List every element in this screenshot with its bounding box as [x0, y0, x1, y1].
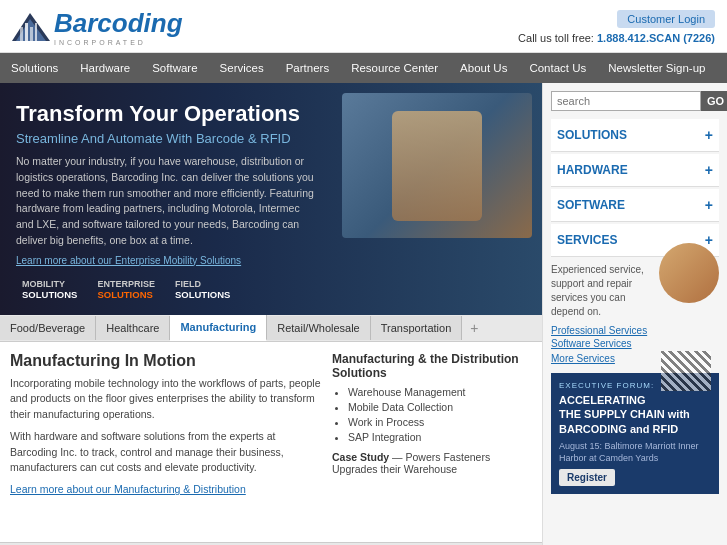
tab-title-bold: Motion [143, 352, 195, 369]
sidebar-services-links: Professional Services Software Services [551, 325, 719, 349]
sidebar-hardware-plus-icon: + [705, 162, 713, 178]
nav-partners[interactable]: Partners [275, 53, 340, 83]
nav-resource-center[interactable]: Resource Center [340, 53, 449, 83]
sidebar-software: SOFTWARE + [551, 189, 719, 222]
more-services-link[interactable]: More Services [551, 353, 615, 364]
svg-rect-2 [20, 27, 23, 41]
exec-forum-register-button[interactable]: Register [559, 469, 615, 486]
search-row: GO [551, 91, 719, 111]
hero-btn-enterprise-label: SOLUTIONS [97, 289, 152, 300]
hero-buttons: MOBILITY SOLUTIONS ENTERPRISE SOLUTIONS … [16, 276, 526, 303]
services-info: Experienced service, support and repair … [551, 263, 719, 365]
exec-forum-title: ACCELERATING THE SUPPLY CHAIN with BARCO… [559, 393, 711, 436]
tab-bullet-1: Warehouse Management [348, 386, 532, 398]
svg-rect-5 [35, 23, 37, 41]
tab-add-button[interactable]: + [462, 316, 486, 340]
hero-learn-more[interactable]: Learn more about our Enterprise Mobility… [16, 255, 526, 266]
hero-btn-field[interactable]: FIELD SOLUTIONS [169, 276, 236, 303]
nav-solutions[interactable]: Solutions [0, 53, 69, 83]
sidebar-software-plus-icon: + [705, 197, 713, 213]
hero-btn-enterprise[interactable]: ENTERPRISE SOLUTIONS [91, 276, 161, 303]
hero-btn-mobility-top: MOBILITY [22, 279, 77, 289]
logo-area: Barcoding INCORPORATED [12, 8, 183, 46]
main-content: Transform Your Operations Streamline And… [0, 83, 727, 545]
sidebar-hardware: HARDWARE + [551, 154, 719, 187]
tab-left-panel: Manufacturing In Motion Incorporating mo… [10, 352, 332, 532]
tab-right-title: Manufacturing & the Distribution Solutio… [332, 352, 532, 380]
tab-bullet-3: Work in Process [348, 416, 532, 428]
blog-section: BARCODING BLOG TH-COT.IU... [0, 542, 542, 546]
right-sidebar: GO SOLUTIONS + HARDWARE + SOFTWARE + SER… [542, 83, 727, 545]
sidebar-nav-software[interactable]: SOFTWARE + [551, 189, 719, 222]
case-study: Case Study — Powers Fasteners Upgrades t… [332, 451, 532, 475]
nav-contact-us[interactable]: Contact Us [518, 53, 597, 83]
left-content: Transform Your Operations Streamline And… [0, 83, 542, 545]
nav-about-us[interactable]: About Us [449, 53, 518, 83]
tab-manufacturing[interactable]: Manufacturing [170, 315, 267, 341]
software-services-link[interactable]: Software Services [551, 338, 719, 349]
nav-software[interactable]: Software [141, 53, 208, 83]
sidebar-solutions: SOLUTIONS + [551, 119, 719, 152]
customer-login-button[interactable]: Customer Login [617, 10, 715, 28]
services-image [659, 243, 719, 303]
logo-text: Barcoding [54, 8, 183, 39]
tab-food[interactable]: Food/Beverage [0, 316, 96, 340]
tab-right-panel: Manufacturing & the Distribution Solutio… [332, 352, 532, 532]
sidebar-hardware-label: HARDWARE [557, 163, 628, 177]
tab-learn-link[interactable]: Learn more about our Manufacturing & Dis… [10, 483, 246, 495]
sidebar-software-label: SOFTWARE [557, 198, 625, 212]
header-right: Customer Login Call us toll free: 1.888.… [518, 10, 715, 44]
hero-image-inner [392, 111, 482, 221]
tab-para1: Incorporating mobile technology into the… [10, 376, 322, 423]
sidebar-services-plus-icon: + [705, 232, 713, 248]
sidebar-solutions-plus-icon: + [705, 127, 713, 143]
exec-forum-body: August 15: Baltimore Marriott Inner Harb… [559, 440, 711, 465]
exec-forum-image [661, 351, 711, 391]
nav-hardware[interactable]: Hardware [69, 53, 141, 83]
tab-transportation[interactable]: Transportation [371, 316, 463, 340]
tab-para2: With hardware and software solutions fro… [10, 429, 322, 476]
hero-btn-mobility-label: SOLUTIONS [22, 289, 77, 300]
nav-services[interactable]: Services [209, 53, 275, 83]
tab-title: Manufacturing In Motion [10, 352, 322, 370]
tabs-bar: Food/Beverage Healthcare Manufacturing R… [0, 315, 542, 342]
tab-bullet-4: SAP Integration [348, 431, 532, 443]
tab-title-plain: Manufacturing In [10, 352, 139, 369]
hero-btn-field-top: FIELD [175, 279, 230, 289]
logo-sub: INCORPORATED [54, 39, 183, 46]
professional-services-link[interactable]: Professional Services [551, 325, 719, 336]
tab-retail[interactable]: Retail/Wholesale [267, 316, 371, 340]
tab-healthcare[interactable]: Healthcare [96, 316, 170, 340]
hero-btn-mobility[interactable]: MOBILITY SOLUTIONS [16, 276, 83, 303]
hero-btn-enterprise-top: ENTERPRISE [97, 279, 155, 289]
hero-subtitle: Streamline And Automate With Barcode & R… [16, 131, 526, 146]
svg-rect-4 [30, 27, 33, 41]
search-button[interactable]: GO [701, 91, 727, 111]
sidebar-services-label: SERVICES [557, 233, 617, 247]
logo-icon [12, 13, 50, 41]
header: Barcoding INCORPORATED Customer Login Ca… [0, 0, 727, 53]
main-nav: Solutions Hardware Software Services Par… [0, 53, 727, 83]
nav-newsletter[interactable]: Newsletter Sign-up [597, 53, 716, 83]
sidebar-solutions-label: SOLUTIONS [557, 128, 627, 142]
tab-bullet-2: Mobile Data Collection [348, 401, 532, 413]
hero-section: Transform Your Operations Streamline And… [0, 83, 542, 315]
exec-forum: EXECUTIVE FORUM: ACCELERATING THE SUPPLY… [551, 373, 719, 494]
tab-content: Manufacturing In Motion Incorporating mo… [0, 342, 542, 542]
tab-bullets: Warehouse Management Mobile Data Collect… [332, 386, 532, 443]
hero-title: Transform Your Operations [16, 101, 526, 127]
svg-rect-3 [25, 23, 28, 41]
hero-btn-field-label: SOLUTIONS [175, 289, 230, 300]
toll-free: Call us toll free: 1.888.412.SCAN (7226) [518, 32, 715, 44]
sidebar-nav-hardware[interactable]: HARDWARE + [551, 154, 719, 187]
sidebar-nav-solutions[interactable]: SOLUTIONS + [551, 119, 719, 152]
hero-body: No matter your industry, if you have war… [16, 154, 316, 249]
search-input[interactable] [551, 91, 701, 111]
